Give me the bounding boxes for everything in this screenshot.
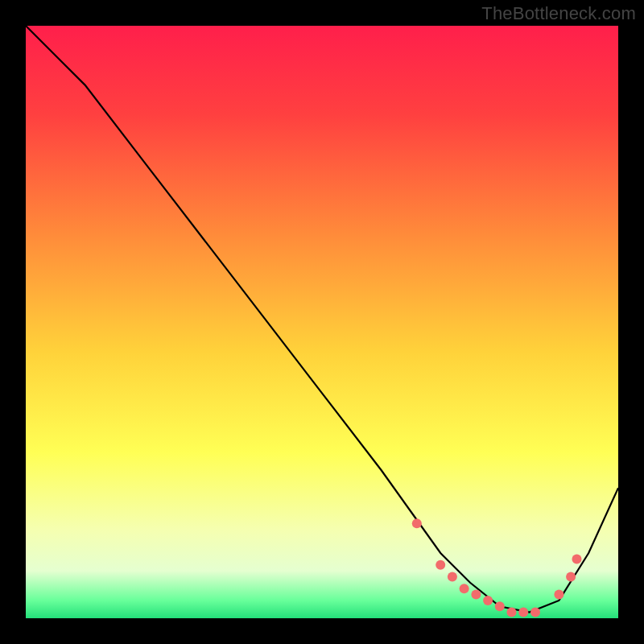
marker-dot [518, 608, 528, 617]
marker-dot [412, 518, 422, 528]
marker-dot [460, 584, 469, 593]
marker-dot [436, 560, 445, 570]
marker-dot [572, 554, 582, 564]
marker-dot [554, 590, 564, 600]
marker-dot [566, 572, 576, 582]
marker-dot [483, 596, 493, 605]
gradient-background [26, 26, 618, 618]
chart-frame: TheBottleneck.com [0, 0, 644, 644]
marker-dot [448, 572, 457, 582]
chart-plot-area [26, 26, 618, 618]
chart-svg [26, 26, 618, 618]
watermark-text: TheBottleneck.com [481, 3, 636, 24]
marker-dot [507, 608, 517, 617]
marker-dot [495, 601, 505, 611]
marker-dot [471, 590, 481, 600]
marker-dot [530, 608, 540, 617]
